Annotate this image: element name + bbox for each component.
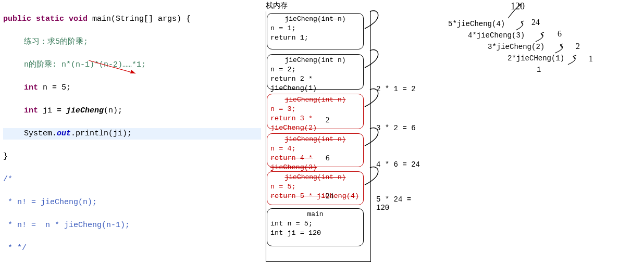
frame-n2-b: return 2 * jieCheng(1): [270, 75, 317, 92]
scratch-2: 2: [326, 116, 330, 124]
fn-main: main: [92, 15, 111, 23]
tree-row1: 4*jieCheng(3): [468, 31, 525, 40]
frame-n2-a: n = 2;: [270, 66, 296, 73]
result-6: 3 * 2 = 6: [376, 124, 416, 132]
stmt-ji: ji =: [38, 106, 66, 115]
comment-l10: * n! = n * jieCheng(n-1);: [3, 220, 261, 231]
hand-1: 1: [589, 54, 593, 64]
kw-int2: int: [24, 106, 38, 115]
frame-n5: jieCheng(int n) n = 5; return 5 * jiChen…: [267, 171, 364, 205]
comment-close: * */: [3, 243, 261, 254]
tree-row3: 2*jieCHeng(1): [507, 54, 564, 62]
frame-n4-a: n = 4;: [270, 145, 296, 153]
stmt-print-a: System.: [24, 129, 57, 138]
call-jiecheng: jieCheng: [66, 106, 104, 115]
frame-n3-header: jieCheng(int n): [270, 95, 360, 105]
kw-int: int: [24, 83, 38, 92]
result-24: 4 * 6 = 24: [376, 160, 420, 169]
hand-24: 24: [531, 18, 540, 27]
frame-n1-a: n = 1;: [270, 24, 296, 32]
recursion-expansion: 120 5*jieCheng(4) 4*jieCheng(3) 3*jieChe…: [448, 0, 641, 104]
frame-main: main int n = 5; int ji = 120: [267, 208, 364, 246]
frame-n1: jieCheng(int n) n = 1; return 1;: [267, 13, 364, 49]
frame-n5-b: return 5 * jiCheng(4): [270, 192, 359, 200]
stack-memory-diagram: 栈内存 jieCheng(int n) n = 1; return 1; jie…: [261, 0, 427, 264]
frame-n4: jieCheng(int n) n = 4; return 4 * jieChe…: [267, 133, 364, 167]
args-n: (n);: [104, 106, 122, 115]
tree-row0: 5*jieCheng(4): [448, 20, 505, 28]
comment-open: /*: [3, 174, 261, 185]
frame-n3-b: return 3 * jieCheng(2): [270, 115, 317, 132]
stack-title: 栈内存: [266, 1, 288, 10]
frame-n1-b: return 1;: [270, 34, 308, 42]
comment-formula: n的阶乘: n*(n-1)*(n-2)……*1;: [3, 59, 146, 71]
frame-n4-b: return 4 * jieCheng(3): [270, 154, 317, 171]
sig-main: (String[] args) {: [111, 15, 191, 23]
tree-row2: 3*jieCheng(2): [488, 43, 544, 51]
frame-main-b: int ji = 120: [270, 229, 321, 237]
frame-n4-header: jieCheng(int n): [270, 135, 360, 144]
frame-n1-header: jieCheng(int n): [270, 15, 360, 24]
stmt-n5: n = 5;: [38, 83, 71, 92]
frame-n3-a: n = 3;: [270, 105, 296, 113]
kw-public: public static void: [3, 15, 88, 23]
tree-return-arrows: [448, 0, 641, 104]
comment-l9: * n! = jieCheng(n);: [3, 197, 261, 208]
brace-close-main: }: [3, 151, 261, 162]
comment-exercise: 练习：求5的阶乘;: [3, 36, 88, 48]
hand-6: 6: [558, 29, 562, 39]
hand-2: 2: [576, 42, 580, 51]
scratch-6: 6: [326, 154, 330, 162]
frame-main-header: main: [270, 210, 360, 219]
frame-n5-header: jieCheng(int n): [270, 173, 360, 182]
out-field: out: [57, 129, 71, 138]
frame-n3: jieCheng(int n) n = 3; return 3 * jieChe…: [267, 94, 364, 129]
result-120: 5 * 24 = 120: [376, 195, 427, 212]
scratch-24: 24: [326, 192, 333, 200]
frame-n2-header: jieCheng(int n): [270, 56, 360, 65]
hand-120: 120: [511, 1, 525, 12]
result-2: 2 * 1 = 2: [376, 85, 416, 93]
stmt-print-c: .println(ji);: [71, 129, 132, 138]
frame-n2: jieCheng(int n) n = 2; return 2 * jieChe…: [267, 54, 364, 90]
tree-row4: 1: [537, 66, 541, 74]
code-editor: public static void main(String[] args) {…: [0, 0, 264, 264]
frame-n5-a: n = 5;: [270, 183, 296, 191]
frame-main-a: int n = 5;: [270, 220, 313, 228]
